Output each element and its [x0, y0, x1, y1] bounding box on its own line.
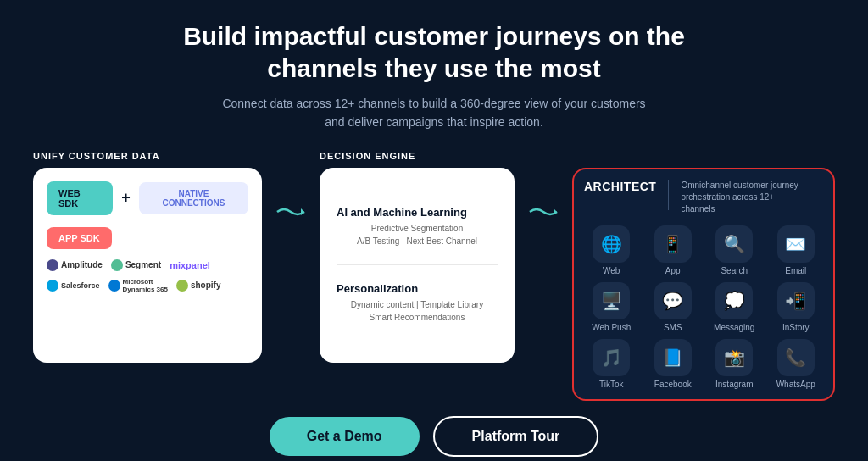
channel-grid: 🌐 Web 📱 App 🔍 Search ✉️ Email: [584, 225, 823, 389]
web-icon: 🌐: [593, 225, 630, 263]
native-connections-badge: NATIVE CONNECTIONS: [139, 182, 248, 214]
tiktok-label: TikTok: [599, 380, 624, 389]
architect-description: Omnichannel customer journey orchestrati…: [681, 180, 799, 215]
ai-section-sub: Predictive SegmentationA/B Testing | Nex…: [337, 222, 498, 247]
segment-label: Segment: [125, 260, 161, 269]
channel-email: ✉️ Email: [769, 225, 824, 275]
microsoft-icon: [108, 280, 120, 292]
channel-facebook: 📘 Facebook: [646, 339, 701, 389]
channel-sms: 💬 SMS: [646, 282, 701, 332]
architect-column: ARCHITECT ARCHITECT Omnichannel customer…: [572, 151, 835, 401]
subtitle: Connect data across 12+ channels to buil…: [214, 94, 654, 132]
personalization-section-sub: Dynamic content | Template LibrarySmart …: [337, 298, 498, 324]
unify-panel: WEB SDK + NATIVE CONNECTIONS APP SDK Amp…: [33, 168, 262, 363]
channel-web: 🌐 Web: [584, 225, 639, 275]
unify-header: UNIFY CUSTOMER DATA: [33, 151, 262, 161]
messaging-label: Messaging: [714, 323, 754, 332]
decision-divider: [337, 264, 498, 265]
architect-vertical-divider: [668, 180, 669, 210]
architect-title: ARCHITECT: [584, 180, 656, 193]
app-icon: 📱: [654, 225, 692, 263]
decision-panel: AI and Machine Learning Predictive Segme…: [320, 168, 515, 363]
personalization-section: Personalization Dynamic content | Templa…: [337, 282, 498, 324]
ai-section: AI and Machine Learning Predictive Segme…: [337, 206, 498, 247]
instagram-label: Instagram: [715, 380, 753, 389]
instory-icon: 📲: [777, 282, 815, 319]
salesforce-logo: Salesforce: [47, 280, 100, 292]
sms-label: SMS: [664, 323, 682, 332]
architect-panel: ARCHITECT Omnichannel customer journey o…: [572, 168, 835, 401]
decision-header: DECISION ENGINE: [320, 151, 515, 161]
arrow-right-icon-2: [528, 202, 559, 222]
channel-app: 📱 App: [646, 225, 701, 275]
svg-marker-1: [554, 208, 557, 215]
channel-messaging: 💭 Messaging: [707, 282, 762, 332]
channel-webpush: 🖥️ Web Push: [584, 282, 639, 332]
channel-instagram: 📸 Instagram: [707, 339, 762, 389]
webpush-label: Web Push: [592, 323, 631, 332]
segment-logo: Segment: [111, 259, 161, 271]
columns-container: UNIFY CUSTOMER DATA WEB SDK + NATIVE CON…: [34, 151, 834, 401]
plus-icon: +: [121, 189, 131, 207]
platform-tour-button[interactable]: Platform Tour: [433, 416, 599, 457]
channel-tiktok: 🎵 TikTok: [584, 339, 639, 389]
whatsapp-label: WhatsApp: [776, 380, 815, 389]
amplitude-logo: Amplitude: [47, 259, 103, 271]
channel-instory: 📲 InStory: [769, 282, 824, 332]
web-label: Web: [603, 266, 620, 275]
arrow-connector-1: [275, 202, 306, 222]
mixpanel-logo: mixpanel: [170, 260, 210, 270]
sms-icon: 💬: [654, 282, 692, 319]
instagram-icon: 📸: [715, 339, 753, 376]
unify-column: UNIFY CUSTOMER DATA WEB SDK + NATIVE CON…: [33, 151, 262, 363]
arrow-right-icon: [275, 202, 306, 222]
facebook-label: Facebook: [654, 380, 692, 389]
mixpanel-label: mixpanel: [170, 260, 210, 270]
salesforce-icon: [47, 280, 58, 292]
headline: Build impactful customer journeys on the…: [183, 20, 685, 84]
microsoft-label: MicrosoftDynamics 365: [123, 278, 168, 293]
ai-section-title: AI and Machine Learning: [337, 206, 498, 219]
logos-row-1: Amplitude Segment mixpanel: [47, 259, 248, 271]
shopify-logo: shopify: [176, 280, 221, 292]
facebook-icon: 📘: [654, 339, 692, 376]
webpush-icon: 🖥️: [593, 282, 630, 319]
search-label: Search: [721, 266, 748, 275]
email-label: Email: [785, 266, 806, 275]
microsoft-logo: MicrosoftDynamics 365: [108, 278, 168, 293]
segment-icon: [111, 259, 123, 271]
instory-label: InStory: [782, 323, 810, 332]
app-sdk-badge: APP SDK: [47, 227, 112, 249]
amplitude-label: Amplitude: [61, 260, 103, 269]
salesforce-label: Salesforce: [61, 281, 100, 290]
search-icon: 🔍: [715, 225, 753, 263]
tiktok-icon: 🎵: [593, 339, 630, 376]
channel-whatsapp: 📞 WhatsApp: [769, 339, 824, 389]
whatsapp-icon: 📞: [777, 339, 815, 376]
buttons-row: Get a Demo Platform Tour: [270, 416, 599, 457]
decision-column: DECISION ENGINE AI and Machine Learning …: [320, 151, 515, 363]
web-sdk-badge: WEB SDK: [47, 181, 113, 215]
channel-search: 🔍 Search: [707, 225, 762, 275]
main-page: Build impactful customer journeys on the…: [0, 0, 868, 461]
svg-marker-0: [301, 208, 304, 215]
amplitude-icon: [47, 259, 58, 271]
personalization-section-title: Personalization: [337, 282, 498, 295]
shopify-label: shopify: [191, 280, 221, 290]
shopify-icon: [176, 280, 188, 292]
arrow-connector-2: [528, 202, 559, 222]
get-demo-button[interactable]: Get a Demo: [270, 417, 420, 456]
logos-row-2: Salesforce MicrosoftDynamics 365 shopify: [47, 278, 248, 293]
email-icon: ✉️: [777, 225, 815, 263]
architect-header-row: ARCHITECT Omnichannel customer journey o…: [584, 180, 823, 215]
unify-top-row: WEB SDK + NATIVE CONNECTIONS: [47, 181, 248, 215]
app-label: App: [665, 266, 681, 275]
messaging-icon: 💭: [715, 282, 753, 319]
